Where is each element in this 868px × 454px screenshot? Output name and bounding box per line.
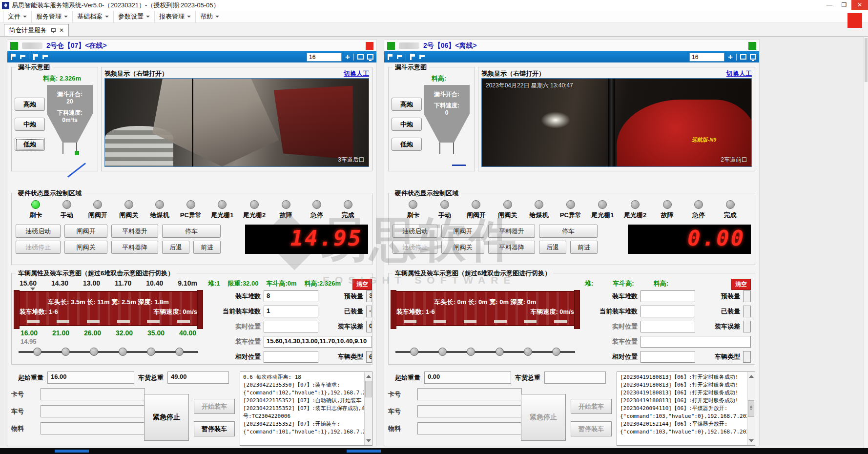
air-cannon-button[interactable]: 中炮 <box>392 118 422 131</box>
control-button[interactable]: 停车 <box>539 225 598 238</box>
video-feed[interactable]: 3车道后口 <box>104 78 369 167</box>
load-piles-field[interactable]: 8 <box>264 290 318 302</box>
position-slider[interactable] <box>395 347 575 357</box>
air-cannon-button[interactable]: 低炮 <box>15 138 45 151</box>
window-icon[interactable] <box>357 54 364 60</box>
action-button[interactable]: 开始装车 <box>571 399 612 414</box>
camera-icon[interactable] <box>33 54 39 61</box>
plus-icon[interactable]: + <box>728 53 733 61</box>
menu-item[interactable]: 参数设置 <box>113 11 154 22</box>
scroll-down-icon[interactable] <box>366 439 371 442</box>
window-icon[interactable] <box>740 54 746 60</box>
clear-button[interactable]: 清空 <box>731 279 751 290</box>
loaded-field[interactable]: -1.05 <box>366 306 372 317</box>
scroll-thumb[interactable] <box>865 38 868 82</box>
position-slider[interactable] <box>19 347 198 357</box>
control-button[interactable]: 平料器升 <box>488 225 535 238</box>
tab-close-icon[interactable]: ✕ <box>59 27 64 34</box>
action-button[interactable]: 开始装车 <box>194 399 235 414</box>
preload-field[interactable]: 33.00 <box>366 290 372 302</box>
menu-item[interactable]: 报表管理 <box>154 11 195 22</box>
vehicle-type-field[interactable]: 6轴11M1.8深 <box>366 351 372 363</box>
scroll-up-icon[interactable] <box>749 375 754 378</box>
flag-icon[interactable] <box>42 54 48 61</box>
control-button[interactable]: 前进 <box>570 241 598 254</box>
total-weight-field[interactable] <box>544 371 606 384</box>
log-output[interactable]: 0.6 每次移动距离: 18[20230422135350]【07】:装车请求:… <box>240 371 372 446</box>
relative-pos-field[interactable] <box>641 351 695 363</box>
truck-no-field[interactable] <box>417 405 522 417</box>
air-cannon-button[interactable]: 低炮 <box>392 138 422 151</box>
control-button[interactable]: 闸阀开 <box>64 225 107 238</box>
card-no-field[interactable] <box>417 388 522 400</box>
card-no-field[interactable] <box>41 388 145 400</box>
switch-manual-link[interactable]: 切换人工 <box>344 69 369 77</box>
control-button[interactable]: 后退 <box>539 241 566 254</box>
vehicle-type-field[interactable] <box>743 351 751 363</box>
material-field[interactable] <box>417 422 522 434</box>
truck-no-field[interactable] <box>41 405 145 417</box>
pin-icon[interactable] <box>51 28 55 33</box>
menu-item[interactable]: 帮助 <box>195 11 224 22</box>
control-button[interactable]: 平料器升 <box>111 225 158 238</box>
menu-item[interactable]: 文件 <box>3 11 31 22</box>
restore-button[interactable]: ❐ <box>837 0 851 10</box>
action-button[interactable]: 暂停装车 <box>194 421 235 436</box>
truck-diagram[interactable]: 车头长: 0m 长: 0m 宽: 0m 深度: 0m 装车堆数: 1-6 车辆速… <box>392 279 579 363</box>
switch-manual-link[interactable]: 切换人工 <box>726 69 752 77</box>
total-weight-field[interactable]: 49.00 <box>167 371 229 384</box>
current-pile-field[interactable]: 1 <box>264 306 318 317</box>
start-weight-field[interactable]: 16.00 <box>47 371 134 384</box>
action-button[interactable]: 紧急停止 <box>144 394 189 441</box>
material-field[interactable] <box>41 422 145 434</box>
camera-icon[interactable] <box>410 54 415 61</box>
control-button[interactable]: 闸阀开 <box>441 225 484 238</box>
control-button[interactable]: 闸阀关 <box>64 241 107 254</box>
flag-icon[interactable] <box>396 54 402 61</box>
count-input[interactable] <box>689 53 724 62</box>
flag-icon[interactable] <box>419 54 425 61</box>
scroll-down-icon[interactable] <box>749 439 754 442</box>
log-output[interactable]: [20230419180813]【06】:打开定时服务成功![202304191… <box>617 371 755 446</box>
error-field[interactable] <box>743 321 751 332</box>
truck-diagram[interactable]: 15.6014.3013.0011.7010.409.10m 车头长: 3.5m… <box>15 279 202 363</box>
camera-icon[interactable] <box>387 54 393 61</box>
count-input[interactable] <box>307 53 342 62</box>
current-pile-field[interactable] <box>641 306 695 317</box>
control-button[interactable]: 闸阀关 <box>441 241 484 254</box>
control-button[interactable]: 前进 <box>193 241 221 254</box>
camera-icon[interactable] <box>10 54 16 61</box>
air-cannon-button[interactable]: 高炮 <box>392 98 422 111</box>
realtime-pos-field[interactable] <box>264 321 318 332</box>
scroll-thumb[interactable] <box>748 400 754 417</box>
error-field[interactable]: 0.8 <box>366 321 372 332</box>
scrollbar[interactable] <box>364 372 372 445</box>
scrollbar[interactable] <box>747 372 755 445</box>
control-button[interactable]: 油磅启动 <box>16 225 61 238</box>
menu-item[interactable]: 基础档案 <box>72 11 113 22</box>
load-piles-field[interactable] <box>641 290 695 302</box>
scroll-thumb[interactable] <box>365 381 372 397</box>
preload-field[interactable] <box>743 290 751 302</box>
positions-field[interactable] <box>641 336 751 348</box>
action-button[interactable]: 暂停装车 <box>571 421 612 436</box>
close-button[interactable]: ✕ <box>851 0 868 10</box>
video-feed[interactable]: 远航版-N9 2023年04月22日 星期六 13:40:47 2车道前口 <box>481 78 752 167</box>
minimize-button[interactable]: — <box>822 0 837 10</box>
app-scrollbar[interactable] <box>864 37 868 448</box>
flag-icon[interactable] <box>20 54 25 61</box>
tab-silo-metering[interactable]: 简仓计量服务 ✕ <box>4 24 69 36</box>
control-button[interactable]: 油磅停止 <box>393 241 437 254</box>
positions-field[interactable]: 15.60,14.30,13.00,11.70,10.40,9.10 <box>264 336 372 348</box>
air-cannon-button[interactable]: 中炮 <box>15 118 45 131</box>
start-weight-field[interactable]: 0.00 <box>424 371 511 384</box>
realtime-pos-field[interactable] <box>641 321 695 332</box>
loaded-field[interactable] <box>743 306 751 317</box>
plus-icon[interactable]: + <box>345 53 350 61</box>
monitor-icon[interactable] <box>750 54 756 60</box>
control-button[interactable]: 平料器降 <box>111 241 158 254</box>
monitor-icon[interactable] <box>367 54 373 60</box>
action-button[interactable]: 紧急停止 <box>521 394 566 441</box>
control-button[interactable]: 油磅启动 <box>393 225 437 238</box>
clear-button[interactable]: 清空 <box>352 279 372 290</box>
